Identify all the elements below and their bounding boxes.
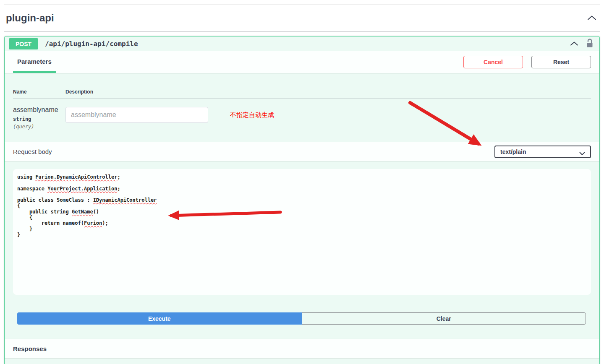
responses-header: Responses (5, 339, 599, 358)
request-body-section: using Furion.DynamicApiController; names… (5, 161, 599, 295)
parameters-table-header: Name Description (13, 89, 591, 99)
method-badge: POST (9, 38, 38, 49)
column-header-description: Description (65, 89, 93, 95)
request-body-label: Request body (13, 148, 52, 155)
parameter-name: assemblyname (13, 106, 65, 114)
clear-button[interactable]: Clear (302, 312, 586, 325)
parameter-row: assemblyname string (query) 不指定自动生成 (13, 99, 591, 130)
tag-collapse-button[interactable] (586, 13, 598, 23)
operation-summary[interactable]: POST /api/plugin-api/compile (5, 36, 599, 51)
operation-collapse-button[interactable] (568, 39, 580, 49)
content-type-value: text/plain (500, 148, 526, 155)
content-type-select[interactable]: text/plain (494, 146, 591, 158)
unlocked-padlock-icon (586, 38, 594, 49)
authorize-lock-button[interactable] (584, 36, 595, 51)
assemblyname-input[interactable] (65, 107, 208, 123)
parameter-type: string (13, 116, 65, 122)
opblock-post: POST /api/plugin-api/compile Parameters … (4, 36, 600, 364)
parameters-table: Name Description assemblyname string (qu… (5, 73, 599, 142)
request-body-editor[interactable]: using Furion.DynamicApiController; names… (13, 169, 591, 295)
column-header-name: Name (13, 89, 65, 95)
tag-title: plugin-api (6, 12, 54, 24)
parameters-header: Parameters Cancel Reset (5, 51, 599, 73)
reset-button[interactable]: Reset (531, 56, 591, 68)
chevron-up-icon (570, 41, 578, 47)
execute-button[interactable]: Execute (17, 312, 302, 325)
execute-row: Execute Clear (17, 312, 586, 325)
chevron-down-icon (579, 150, 585, 157)
responses-label: Responses (13, 345, 47, 352)
chevron-up-icon (587, 15, 596, 21)
parameter-location: (query) (13, 124, 65, 130)
request-body-header: Request body text/plain (5, 142, 599, 161)
parameter-description: 不指定自动生成 (230, 111, 274, 119)
operation-path: /api/plugin-api/compile (45, 40, 138, 48)
cancel-button[interactable]: Cancel (463, 56, 523, 68)
tag-header: plugin-api (4, 5, 600, 32)
tab-parameters[interactable]: Parameters (13, 51, 56, 73)
